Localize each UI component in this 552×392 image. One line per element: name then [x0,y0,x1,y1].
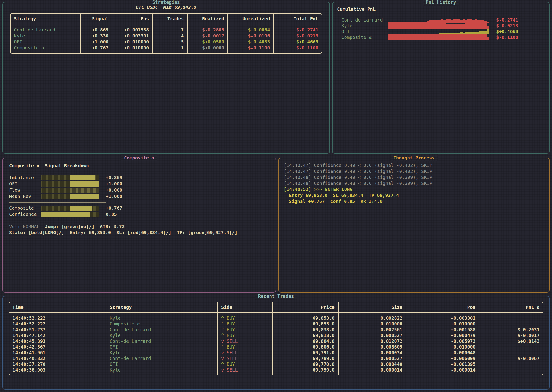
sparkline-chart [388,34,489,40]
bar-value: +0.000 [106,187,122,193]
spark-bar [441,34,443,40]
spark-bar [453,20,455,23]
column-header: Total PnL [274,14,322,25]
bar-label: Confidence [9,211,41,217]
spark-bar [429,34,431,40]
signal-bars-main: Imbalance+0.869OFI+1.000Flow+0.000Mean R… [9,175,276,199]
spark-bar [484,34,487,40]
table-cell [479,344,543,350]
spark-bar [438,20,441,23]
spark-bar [482,23,484,28]
table-cell: $+0.4663 [274,39,322,45]
spark-bar [458,19,460,23]
table-cell [479,321,543,327]
spark-bar [477,20,479,23]
spark-bar [475,34,477,40]
table-cell: 14:40:42.567 [9,344,106,350]
series-value: $+0.4663 [496,28,518,35]
cumulative-pnl-heading: Cumulative PnL [337,6,549,12]
table-cell: 14:40:47.142 [9,332,106,338]
spark-bar [405,34,407,40]
table-cell: +0.330 [81,33,112,39]
spark-bar [415,34,417,40]
spark-bar [455,24,458,28]
log-line: [14:40:47] Confidence 0.49 < 0.6 (signal… [284,168,549,174]
bar-fill [70,175,95,180]
spark-bar [484,30,487,34]
spark-bar [458,34,460,40]
sparkline-chart [388,23,489,28]
series-value: $-0.2741 [496,17,518,23]
spark-bar [417,23,419,28]
table-cell: v SELL [218,356,273,361]
bar-label: OFI [9,181,41,187]
table-cell: $+0.0143 [479,338,543,344]
spark-bar [467,23,470,28]
spark-bar [487,26,489,28]
bar-label: Imbalance [9,175,41,181]
spark-bar [402,23,405,28]
spark-bar [390,23,393,28]
spark-bar [463,20,465,23]
column-header: Realized [187,14,228,25]
table-cell: $-0.0017 [187,33,228,39]
status-segment: Vol: NORMAL [9,224,39,229]
bar-track [41,181,99,187]
spark-bar [460,34,463,40]
bar-value: 0.85 [106,211,117,217]
table-cell: +0.869 [81,25,112,33]
table-cell [479,361,543,367]
spark-bar [427,21,429,23]
table-cell: 69,806.0 [273,344,338,350]
column-header: PnL Δ [479,302,543,313]
spark-bar [446,34,448,40]
table-cell: 14:40:37.270 [9,361,106,367]
spark-bar [470,34,472,40]
thought-process-panel: Thought Process [14:40:47] Confidence 0.… [278,158,550,293]
spark-bar [477,32,479,34]
spark-bar [431,23,434,28]
table-cell: 14:40:41.961 [9,350,106,356]
spark-bar [436,23,438,28]
bar-label: Composite [9,205,41,211]
spark-bar [451,33,453,34]
table-cell: +0.001588 [406,327,479,332]
spark-bar [438,34,441,40]
column-header: Strategy [11,14,81,25]
spark-bar [472,32,475,34]
table-cell: 14:40:51.237 [9,327,106,332]
table-cell: +0.767 [81,45,112,53]
bar-track [41,194,99,199]
bar-center-line [70,194,71,199]
spark-bar [424,34,427,40]
log-line: Signal +0.767 Conf 0.85 RR 1:4.0 [284,198,549,204]
bar-center-line [70,181,71,187]
spark-bar [465,32,467,34]
spark-bar [412,23,415,28]
spark-bar [479,20,482,23]
table-cell: 0.010000 [338,321,406,327]
table-cell: 5 [153,39,187,45]
series-value: $-0.0213 [496,23,518,29]
column-header: Price [273,302,338,313]
table-cell: Kyle [106,367,218,375]
spark-bar [427,34,429,40]
spark-bar [400,34,402,40]
status-segment: State: [bold]LONG[/] Entry: 69,853.0 SL:… [9,230,237,235]
series-label: OFI [341,28,388,35]
table-cell: 69,853.0 [273,313,338,321]
bar-track [41,206,99,211]
spark-bar [388,34,390,40]
spark-bar [434,20,436,23]
table-cell: $-0.0196 [228,33,274,39]
spark-bar [475,32,477,34]
table-cell: 14:40:45.893 [9,338,106,344]
table-cell: +0.001588 [112,25,153,33]
table-cell: 0.002822 [338,313,406,321]
bar-fill [70,194,99,199]
table-cell: 69,770.0 [273,361,338,367]
pnl-series-row: Kyle$-0.0213 [341,23,549,28]
spark-bar [415,23,417,28]
spark-bar [455,20,458,23]
spark-bar [465,20,467,23]
